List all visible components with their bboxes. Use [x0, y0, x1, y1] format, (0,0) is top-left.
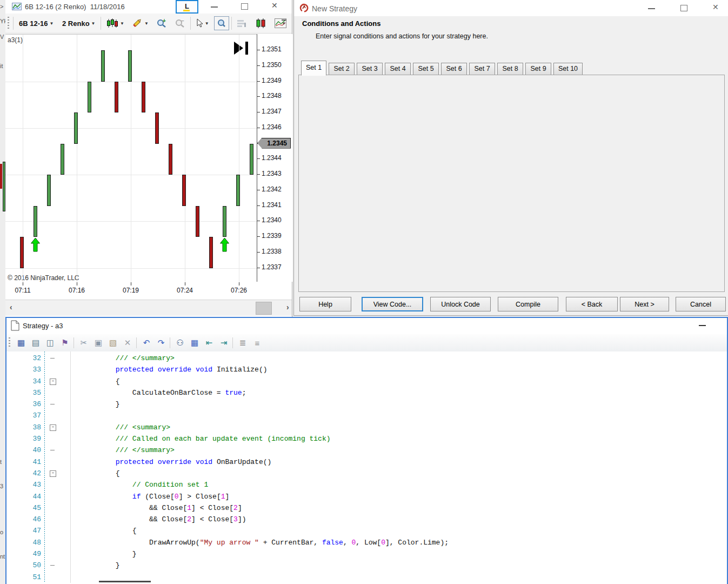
editor-titlebar[interactable]: Strategy - a3: [6, 318, 727, 334]
code-text: {: [65, 525, 727, 536]
chart-horizontal-scrollbar[interactable]: ‹ ›: [5, 300, 292, 316]
price-tick: [257, 50, 260, 50]
redo-icon[interactable]: ↷: [155, 337, 167, 349]
properties-icon[interactable]: ⚑: [59, 337, 71, 349]
copy-icon[interactable]: ▣: [92, 337, 104, 349]
delete-icon[interactable]: ✕: [122, 337, 133, 349]
fold-margin: [45, 502, 65, 514]
code-line: 34– {: [6, 376, 727, 387]
fold-collapse-icon[interactable]: –: [50, 379, 56, 385]
fold-collapse-icon[interactable]: –: [50, 424, 56, 431]
code-area[interactable]: 32 /// </summary>33 protected override v…: [6, 351, 727, 584]
price-tick: [257, 268, 260, 268]
unlock-code-button[interactable]: Unlock Code: [430, 297, 491, 311]
time-tick: [77, 282, 77, 286]
tab-set-1[interactable]: Set 1: [301, 61, 326, 76]
scrollbar-thumb[interactable]: [256, 302, 272, 315]
renko-bar: [250, 144, 253, 175]
print-preview-icon[interactable]: ◫: [44, 337, 56, 349]
renko-bar: [236, 175, 240, 206]
uncomment-icon[interactable]: ≡: [251, 337, 263, 349]
price-axis-label: 1.2340: [262, 216, 282, 224]
renko-bar: [20, 237, 24, 268]
tab-set-4[interactable]: Set 4: [385, 63, 411, 75]
close-icon[interactable]: ✕: [712, 3, 719, 11]
period-selector[interactable]: 2 Renko ▼: [59, 16, 98, 30]
goto-line-icon[interactable]: ▦: [189, 337, 201, 349]
tab-set-5[interactable]: Set 5: [413, 63, 439, 75]
cancel-button[interactable]: Cancel: [676, 297, 726, 311]
tab-set-3[interactable]: Set 3: [357, 63, 383, 75]
time-axis-label: 07:19: [115, 287, 147, 294]
compile-button[interactable]: Compile: [498, 297, 558, 311]
price-axis-label: 1.2344: [262, 154, 282, 162]
time-axis[interactable]: 07:1107:1607:1907:2407:26: [5, 282, 257, 298]
chart-plot[interactable]: a3(1) © 2016 NinjaTrader, LLC: [5, 34, 257, 283]
toolbar-separator: [74, 337, 74, 348]
toolbar-overflow-button[interactable]: ▼: [280, 19, 288, 28]
price-tick: [257, 252, 260, 253]
instrument-selector[interactable]: 6B 12-16 ▼: [16, 16, 56, 30]
tab-set-9[interactable]: Set 9: [525, 63, 551, 75]
market-analyzer-button[interactable]: [234, 16, 250, 30]
undo-icon[interactable]: ↶: [141, 337, 152, 349]
scroll-left-icon[interactable]: ‹: [10, 303, 12, 311]
line-number: 37: [6, 410, 45, 421]
save-icon[interactable]: ▦: [15, 337, 27, 349]
tab-set-10[interactable]: Set 10: [553, 63, 583, 75]
dialog-titlebar[interactable]: New Strategy ✕: [294, 0, 728, 16]
zoom-in-button[interactable]: +: [153, 16, 170, 30]
code-text: && Close[2] < Close[3]): [65, 514, 727, 525]
price-axis[interactable]: 1.23511.23501.23491.23481.23471.23461.23…: [257, 34, 292, 282]
editor-toolbar: ▦▤◫⚑✂▣▧✕↶↷⚇▦⇤⇥≣≡: [6, 334, 727, 352]
view-code-button[interactable]: View Code...: [362, 297, 423, 311]
comment-icon[interactable]: ≣: [237, 337, 249, 349]
change-tracking-margin: [44, 351, 45, 583]
outdent-icon[interactable]: ⇤: [203, 337, 215, 349]
instrument-link-button[interactable]: L: [176, 0, 198, 14]
find-icon[interactable]: ⚇: [174, 337, 186, 349]
paste-icon[interactable]: ▧: [107, 337, 119, 349]
fold-margin: [45, 399, 65, 410]
drawing-tools-button[interactable]: ▼: [129, 16, 151, 30]
fold-end-mark: [50, 404, 55, 404]
indent-icon[interactable]: ⇥: [218, 337, 230, 349]
cut-icon[interactable]: ✂: [78, 337, 90, 349]
time-axis-label: 07:16: [61, 287, 93, 294]
code-text: DrawArrowUp("My up arrow " + CurrentBar,…: [65, 537, 727, 548]
chart-titlebar[interactable]: 6B 12-16 (2 Renko) 11/18/2016 L ✕: [5, 0, 292, 14]
code-line: 47 {: [6, 525, 727, 536]
back-button[interactable]: < Back: [566, 297, 618, 311]
chart-app-icon: [12, 3, 22, 10]
toolbar-grip[interactable]: [9, 337, 10, 348]
scroll-right-icon[interactable]: ›: [286, 303, 289, 311]
toolbar-grip[interactable]: [8, 17, 9, 30]
chart-window-title: 6B 12-16 (2 Renko) 11/18/2016: [25, 3, 125, 11]
tab-set-8[interactable]: Set 8: [497, 63, 523, 75]
chevron-down-icon: ▼: [91, 21, 96, 26]
tab-set-2[interactable]: Set 2: [329, 63, 355, 75]
zoom-out-button[interactable]: −: [172, 16, 188, 30]
minimize-icon[interactable]: [211, 6, 218, 8]
maximize-icon[interactable]: [680, 5, 687, 11]
data-box-button[interactable]: [214, 16, 229, 30]
chart-bars-button[interactable]: [252, 16, 270, 30]
fold-margin: [45, 548, 65, 560]
new-strategy-dialog: New Strategy ✕ Conditions and Actions En…: [293, 0, 728, 316]
code-text: if (Close[0] > Close[1]: [65, 491, 727, 502]
next-button[interactable]: Next >: [620, 297, 669, 311]
cursor-button[interactable]: ▼: [193, 16, 212, 30]
maximize-icon[interactable]: [241, 3, 248, 10]
tab-set-7[interactable]: Set 7: [469, 63, 495, 75]
go-to-last-bar-icon[interactable]: [234, 42, 250, 56]
code-line: 45 && Close[1] < Close[2]: [6, 502, 727, 514]
minimize-icon[interactable]: [699, 325, 706, 326]
fold-collapse-icon[interactable]: –: [50, 470, 56, 477]
candlestick-style-button[interactable]: ▼: [104, 16, 127, 30]
minimize-icon[interactable]: [648, 8, 655, 9]
price-axis-label: 1.2341: [262, 201, 282, 209]
print-icon[interactable]: ▤: [30, 337, 42, 349]
close-icon[interactable]: ✕: [271, 2, 278, 9]
help-button[interactable]: Help: [299, 297, 351, 311]
tab-set-6[interactable]: Set 6: [441, 63, 467, 75]
